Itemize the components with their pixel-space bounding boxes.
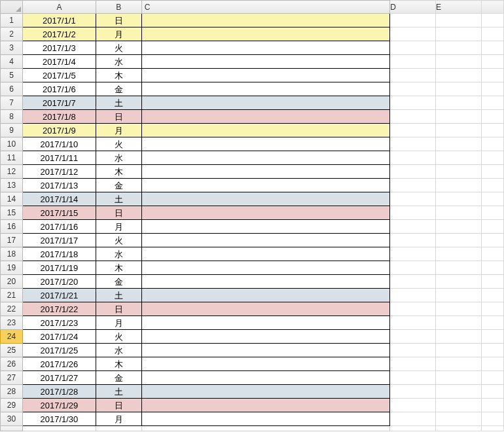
cell-empty[interactable] [436, 302, 482, 316]
cell-weekday[interactable]: 水 [96, 151, 141, 165]
cell-empty[interactable] [436, 316, 482, 330]
cell-date[interactable]: 2017/1/15 [22, 206, 96, 220]
cell-empty[interactable] [436, 275, 482, 289]
cell-date[interactable]: 2017/1/10 [22, 137, 96, 151]
cell-weekday[interactable]: 日 [96, 206, 141, 220]
cell-empty[interactable] [436, 344, 482, 357]
cell-empty[interactable] [436, 165, 482, 179]
cell-date[interactable]: 2017/1/24 [22, 330, 96, 344]
cell-date[interactable]: 2017/1/12 [22, 165, 96, 179]
cell-note[interactable] [141, 316, 389, 330]
cell-empty[interactable] [482, 179, 504, 192]
cell-note[interactable] [141, 330, 389, 344]
cell-empty[interactable] [482, 69, 504, 82]
cell-empty[interactable] [482, 275, 504, 289]
cell-empty[interactable] [390, 27, 436, 41]
select-all-corner[interactable] [1, 1, 23, 14]
cell-weekday[interactable]: 火 [96, 330, 141, 344]
cell-note[interactable] [141, 41, 389, 55]
cell-empty[interactable] [436, 151, 482, 165]
cell-date[interactable]: 2017/1/4 [22, 55, 96, 69]
cell-weekday[interactable]: 木 [96, 357, 141, 371]
col-header-F[interactable] [482, 1, 504, 14]
cell-note[interactable] [141, 179, 389, 192]
cell-weekday[interactable]: 水 [96, 247, 141, 261]
cell-empty[interactable] [390, 110, 436, 124]
cell-empty[interactable] [436, 124, 482, 137]
cell-date[interactable]: 2017/1/25 [22, 344, 96, 357]
cell-empty[interactable] [390, 330, 436, 344]
cell-date[interactable]: 2017/1/6 [22, 82, 96, 96]
row-header[interactable]: 4 [1, 55, 23, 69]
cell-note[interactable] [141, 124, 389, 137]
cell-empty[interactable] [482, 206, 504, 220]
cell-note[interactable] [141, 192, 389, 206]
cell-empty[interactable] [141, 426, 389, 431]
cell-empty[interactable] [482, 14, 504, 27]
cell-note[interactable] [141, 220, 389, 234]
cell-empty[interactable] [482, 426, 504, 431]
cell-empty[interactable] [436, 27, 482, 41]
cell-note[interactable] [141, 27, 389, 41]
row-header[interactable]: 1 [1, 14, 23, 27]
cell-empty[interactable] [436, 412, 482, 426]
cell-empty[interactable] [482, 124, 504, 137]
cell-empty[interactable] [390, 69, 436, 82]
cell-date[interactable]: 2017/1/14 [22, 192, 96, 206]
row-header[interactable]: 19 [1, 261, 23, 275]
cell-date[interactable]: 2017/1/7 [22, 96, 96, 110]
cell-weekday[interactable]: 土 [96, 385, 141, 399]
cell-empty[interactable] [436, 82, 482, 96]
cell-date[interactable]: 2017/1/16 [22, 220, 96, 234]
row-header[interactable]: 26 [1, 357, 23, 371]
cell-empty[interactable] [482, 316, 504, 330]
cell-empty[interactable] [390, 14, 436, 27]
cell-empty[interactable] [390, 192, 436, 206]
row-header[interactable]: 13 [1, 179, 23, 192]
cell-date[interactable]: 2017/1/21 [22, 289, 96, 302]
cell-empty[interactable] [436, 137, 482, 151]
cell-empty[interactable] [482, 302, 504, 316]
cell-empty[interactable] [390, 82, 436, 96]
cell-empty[interactable] [436, 399, 482, 412]
cell-date[interactable]: 2017/1/18 [22, 247, 96, 261]
row-header[interactable]: 16 [1, 220, 23, 234]
cell-empty[interactable] [482, 385, 504, 399]
cell-note[interactable] [141, 96, 389, 110]
cell-empty[interactable] [390, 371, 436, 385]
cell-empty[interactable] [482, 165, 504, 179]
row-header[interactable]: 2 [1, 27, 23, 41]
cell-weekday[interactable]: 金 [96, 371, 141, 385]
cell-empty[interactable] [22, 426, 96, 431]
cell-note[interactable] [141, 344, 389, 357]
cell-note[interactable] [141, 357, 389, 371]
cell-empty[interactable] [436, 357, 482, 371]
cell-note[interactable] [141, 165, 389, 179]
row-header[interactable]: 11 [1, 151, 23, 165]
cell-empty[interactable] [390, 302, 436, 316]
cell-empty[interactable] [482, 27, 504, 41]
cell-empty[interactable] [436, 234, 482, 247]
spreadsheet-grid[interactable]: A B C D E 12017/1/1日22017/1/2月32017/1/3火… [0, 0, 504, 431]
cell-empty[interactable] [436, 261, 482, 275]
cell-date[interactable]: 2017/1/19 [22, 261, 96, 275]
cell-note[interactable] [141, 206, 389, 220]
cell-empty[interactable] [482, 289, 504, 302]
cell-weekday[interactable]: 木 [96, 261, 141, 275]
row-header[interactable]: 22 [1, 302, 23, 316]
cell-note[interactable] [141, 371, 389, 385]
cell-weekday[interactable]: 月 [96, 412, 141, 426]
cell-weekday[interactable]: 日 [96, 14, 141, 27]
cell-empty[interactable] [390, 412, 436, 426]
row-header[interactable]: 12 [1, 165, 23, 179]
row-header[interactable]: 17 [1, 234, 23, 247]
cell-empty[interactable] [390, 426, 436, 431]
cell-empty[interactable] [390, 344, 436, 357]
cell-note[interactable] [141, 302, 389, 316]
cell-empty[interactable] [390, 385, 436, 399]
cell-empty[interactable] [482, 261, 504, 275]
cell-empty[interactable] [436, 371, 482, 385]
cell-note[interactable] [141, 385, 389, 399]
row-header[interactable]: 21 [1, 289, 23, 302]
cell-date[interactable]: 2017/1/11 [22, 151, 96, 165]
